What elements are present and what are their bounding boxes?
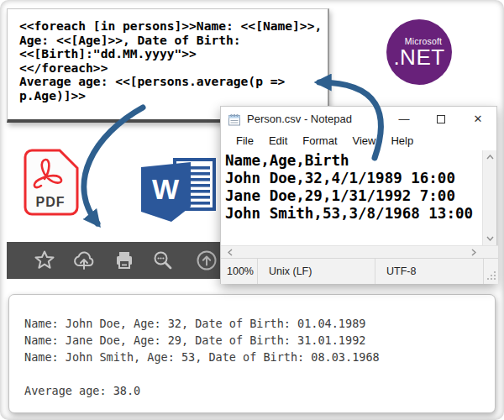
- pdf-label: PDF: [36, 195, 66, 209]
- scroll-up-arrow[interactable]: [486, 155, 494, 160]
- up-arrow-circle-icon: [198, 252, 216, 270]
- close-button[interactable]: ✕: [459, 107, 496, 131]
- vertical-scrollbar[interactable]: [482, 150, 496, 245]
- zoom-search-button[interactable]: [151, 249, 175, 272]
- template-code-line: <<foreach [in persons]>>Name: <<[Name]>>…: [19, 19, 328, 34]
- output-line: [24, 365, 495, 382]
- output-line: Name: John Smith, Age: 53, Date of Birth…: [24, 349, 495, 365]
- notepad-window: Person.csv - Notepad — ✕ File Edit Forma…: [220, 106, 497, 284]
- scroll-right-arrow[interactable]: [471, 249, 476, 256]
- print-button[interactable]: [113, 249, 136, 272]
- maximize-button[interactable]: [423, 107, 459, 131]
- cloud-upload-icon: [75, 252, 92, 269]
- menu-help[interactable]: Help: [383, 134, 421, 147]
- upload-button[interactable]: [195, 249, 218, 272]
- status-zoom: 100%: [221, 259, 258, 284]
- template-code-line: Age: <<[Age]>>, Date of Birth:: [19, 34, 328, 48]
- printer-icon: [117, 252, 132, 268]
- status-encoding: UTF-8: [375, 259, 484, 284]
- menu-edit[interactable]: Edit: [261, 134, 295, 147]
- word-letter: W: [152, 173, 180, 205]
- cloud-upload-button[interactable]: [72, 249, 96, 272]
- scroll-left-arrow[interactable]: [228, 249, 233, 256]
- word-file-icon: W: [133, 158, 217, 235]
- output-line: Average age: 38.0: [24, 382, 495, 399]
- template-code-line: p.Age)]>>: [19, 89, 328, 103]
- csv-line: John Doe,32,4/1/1989 16:00: [225, 170, 484, 187]
- star-icon: [36, 252, 54, 268]
- magnifier-icon: [155, 253, 171, 269]
- pdf-file-icon: PDF: [23, 149, 79, 217]
- notepad-app-icon: [228, 113, 241, 126]
- maximize-icon: [437, 115, 445, 123]
- csv-line: John Smith,53,3/8/1968 13:00: [225, 205, 484, 223]
- resize-grip[interactable]: [486, 270, 496, 281]
- output-line: Name: John Doe, Age: 32, Date of Birth: …: [24, 315, 495, 332]
- notepad-menu-bar: File Edit Format View Help: [221, 131, 496, 150]
- menu-view[interactable]: View: [345, 134, 384, 147]
- window-title: Person.csv - Notepad: [247, 113, 352, 125]
- notepad-text-area[interactable]: Name,Age,Birth John Doe,32,4/1/1989 16:0…: [221, 150, 484, 245]
- minimize-button[interactable]: —: [386, 107, 423, 131]
- status-line-ending: Unix (LF): [258, 259, 375, 284]
- dotnet-logo: Microsoft .NET: [386, 19, 452, 85]
- illustration-canvas: <<foreach [in persons]>>Name: <<[Name]>>…: [0, 0, 504, 420]
- template-code-line: Average age: <<[persons.average(p =>: [19, 75, 328, 89]
- template-code-line: <<[Birth]:"dd.MM.yyyy">>: [19, 47, 328, 61]
- notepad-title-bar: Person.csv - Notepad — ✕: [221, 107, 496, 131]
- window-controls: — ✕: [386, 107, 496, 131]
- csv-line: Jane Doe,29,1/31/1992 7:00: [225, 187, 484, 205]
- scroll-down-arrow[interactable]: [486, 236, 494, 241]
- viewer-toolbar: [7, 242, 225, 279]
- template-code-line: <</foreach>>: [19, 61, 328, 76]
- favorite-star-button[interactable]: [33, 249, 56, 272]
- output-line: Name: Jane Doe, Age: 29, Date of Birth: …: [24, 332, 495, 349]
- csv-line: Name,Age,Birth: [225, 152, 484, 170]
- horizontal-scrollbar[interactable]: [221, 245, 498, 258]
- menu-format[interactable]: Format: [295, 134, 344, 147]
- menu-file[interactable]: File: [228, 134, 261, 147]
- rendered-output-panel: Name: John Doe, Age: 32, Date of Birth: …: [8, 294, 496, 413]
- dotnet-name-text: .NET: [393, 46, 444, 68]
- notepad-status-bar: 100% Unix (LF) UTF-8: [221, 258, 498, 284]
